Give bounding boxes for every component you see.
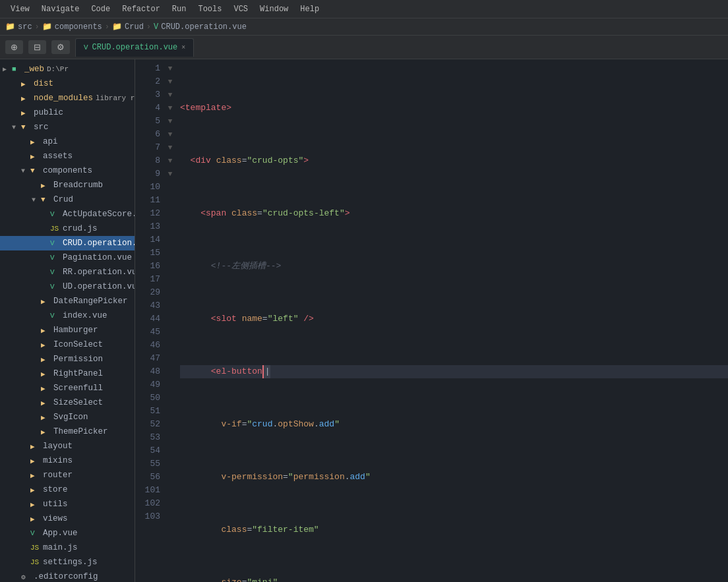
sidebar-item-assets[interactable]: ▶ assets: [0, 149, 135, 163]
sidebar-item-appvue[interactable]: V App.vue: [0, 526, 135, 540]
folder-icon: ▶: [41, 181, 51, 190]
menu-vcs[interactable]: VCS: [228, 3, 253, 15]
sidebar-item-rr[interactable]: V RR.operation.vue: [0, 265, 135, 279]
toolbar-split-btn[interactable]: ⊟: [28, 40, 46, 54]
sidebar-item-utils[interactable]: ▶ utils: [0, 497, 135, 511]
item-extra: library root: [96, 94, 135, 102]
menu-bar: View Navigate Code Refactor Run Tools VC…: [0, 0, 728, 18]
sidebar-item-screenfull[interactable]: ▶ Screenfull: [0, 381, 135, 395]
folder-icon: ▶: [41, 384, 51, 393]
sidebar-item-breadcrumb[interactable]: ▶ Breadcrumb: [0, 178, 135, 192]
crud-operation-tab[interactable]: V CRUD.operation.vue ×: [75, 38, 194, 57]
sidebar-item-node-modules[interactable]: ▶ node_modules library root: [0, 91, 135, 105]
sidebar-item-crud-operation[interactable]: V CRUD.operation.vue: [0, 236, 135, 250]
sidebar-item-permission[interactable]: ▶ Permission: [0, 352, 135, 366]
folder-icon: ▶: [21, 94, 32, 103]
menu-refactor[interactable]: Refactor: [117, 3, 166, 15]
item-label: Hamburger: [53, 326, 98, 335]
sidebar-item-mixins[interactable]: ▶ mixins: [0, 453, 135, 468]
menu-navigate[interactable]: Navigate: [36, 3, 85, 15]
code-line-4: <!--左侧插槽-->: [180, 260, 728, 273]
menu-help[interactable]: Help: [295, 3, 324, 15]
breadcrumb-file[interactable]: CRUD.operation.vue: [161, 22, 247, 32]
item-label: SvgIcon: [53, 413, 88, 422]
folder-icon: ▶: [41, 428, 51, 436]
item-label: settings.js: [43, 558, 98, 567]
code-editor[interactable]: 1 2 3 4 5 6 7 8 9 10 11 12 13 14 15 16 1…: [135, 59, 728, 582]
item-label: index.vue: [63, 311, 107, 320]
root-icon: ■: [12, 65, 22, 73]
breadcrumb-src[interactable]: src: [18, 22, 32, 32]
menu-run[interactable]: Run: [167, 3, 192, 15]
sidebar-item-router[interactable]: ▶ router: [0, 468, 135, 482]
arrow-icon: ▼: [32, 196, 41, 204]
code-content[interactable]: <template> <div class="crud-opts"> <span…: [175, 59, 728, 582]
folder-open-icon: ▼: [21, 123, 32, 131]
sidebar-item-dist[interactable]: ▶ dist: [0, 76, 135, 91]
vue-icon: V: [84, 44, 88, 51]
cfg-file-icon: ⚙: [21, 573, 32, 581]
folder-icon: ▶: [41, 413, 51, 422]
toolbar-project-btn[interactable]: ⊕: [5, 40, 23, 54]
sidebar-item-mainjs[interactable]: JS main.js: [0, 540, 135, 555]
sidebar-item-editorconfig[interactable]: ⚙ .editorconfig: [0, 569, 135, 582]
menu-code[interactable]: Code: [86, 3, 115, 15]
sidebar-item-index-vue[interactable]: V index.vue: [0, 308, 135, 323]
menu-view[interactable]: View: [5, 3, 35, 15]
sidebar-item-api[interactable]: ▶ api: [0, 134, 135, 149]
vue-file-icon: V: [50, 254, 61, 262]
item-label: utils: [43, 500, 68, 509]
sidebar-item-crudjs[interactable]: JS crud.js: [0, 221, 135, 236]
tab-label: CRUD.operation.vue: [92, 43, 178, 52]
folder-icon: ▶: [30, 138, 41, 146]
sidebar-item-store[interactable]: ▶ store: [0, 482, 135, 497]
fold-column: ▼ ▼ ▼ ▼ ▼ ▼ ▼: [166, 59, 175, 582]
folder-icon: ▶: [41, 297, 51, 306]
folder-icon: ▶: [41, 370, 51, 378]
folder-icon: ▶: [21, 109, 32, 117]
sidebar-item-daterange[interactable]: ▶ DateRangePicker: [0, 294, 135, 308]
menu-tools[interactable]: Tools: [193, 3, 227, 15]
sidebar-item-svgicon[interactable]: ▶ SvgIcon: [0, 410, 135, 424]
code-line-7: v-if="crud.optShow.add": [180, 418, 728, 431]
folder-open-icon: ▼: [30, 167, 41, 175]
item-label: UD.operation.vue: [63, 282, 135, 291]
sidebar-root[interactable]: ▶ ■ _web D:\Pr: [0, 62, 135, 76]
sidebar-item-sizeselect[interactable]: ▶ SizeSelect: [0, 395, 135, 410]
sidebar-item-public[interactable]: ▶ public: [0, 105, 135, 120]
sidebar-item-ud[interactable]: V UD.operation.vue: [0, 279, 135, 294]
root-path: D:\Pr: [47, 65, 69, 73]
sidebar-item-crud-folder[interactable]: ▼ ▼ Crud: [0, 192, 135, 207]
file-tree-sidebar: ▶ ■ _web D:\Pr ▶ dist ▶ node_modules lib…: [0, 59, 135, 582]
sidebar-item-views[interactable]: ▶ views: [0, 511, 135, 526]
breadcrumb-bar: 📁 src › 📁 components › 📁 Crud › V CRUD.o…: [0, 18, 728, 36]
sidebar-item-themepicker[interactable]: ▶ ThemePicker: [0, 424, 135, 439]
src-folder-icon: 📁: [5, 22, 15, 32]
item-label: mixins: [43, 456, 73, 465]
tab-close-btn[interactable]: ×: [181, 44, 185, 51]
sidebar-item-rightpanel[interactable]: ▶ RightPanel: [0, 366, 135, 381]
sidebar-item-settingsjs[interactable]: JS settings.js: [0, 555, 135, 569]
item-label: Crud: [53, 195, 73, 204]
sidebar-item-layout[interactable]: ▶ layout: [0, 439, 135, 453]
item-label: Pagination.vue: [63, 253, 132, 262]
sidebar-item-pagination[interactable]: V Pagination.vue: [0, 250, 135, 265]
vue-file-icon: V: [50, 283, 61, 291]
main-layout: ▶ ■ _web D:\Pr ▶ dist ▶ node_modules lib…: [0, 59, 728, 582]
sidebar-item-iconselect[interactable]: ▶ IconSelect: [0, 337, 135, 352]
item-label: ThemePicker: [53, 427, 108, 436]
vue-file-icon: V: [50, 239, 61, 247]
code-line-6: <el-button|: [180, 365, 728, 378]
item-label: public: [34, 108, 63, 117]
breadcrumb-components[interactable]: components: [55, 22, 102, 32]
folder-icon: ▶: [30, 471, 41, 480]
arrow-icon: ▼: [21, 167, 30, 175]
sidebar-item-components[interactable]: ▼ ▼ components: [0, 163, 135, 178]
toolbar-settings-btn[interactable]: ⚙: [51, 40, 70, 54]
sidebar-item-actscore[interactable]: V ActUpdateScore.vue: [0, 207, 135, 221]
sidebar-item-src[interactable]: ▼ ▼ src: [0, 120, 135, 134]
sidebar-item-hamburger[interactable]: ▶ Hamburger: [0, 323, 135, 337]
code-line-1: <template>: [180, 102, 728, 115]
menu-window[interactable]: Window: [255, 3, 293, 15]
breadcrumb-crud[interactable]: Crud: [125, 22, 144, 32]
